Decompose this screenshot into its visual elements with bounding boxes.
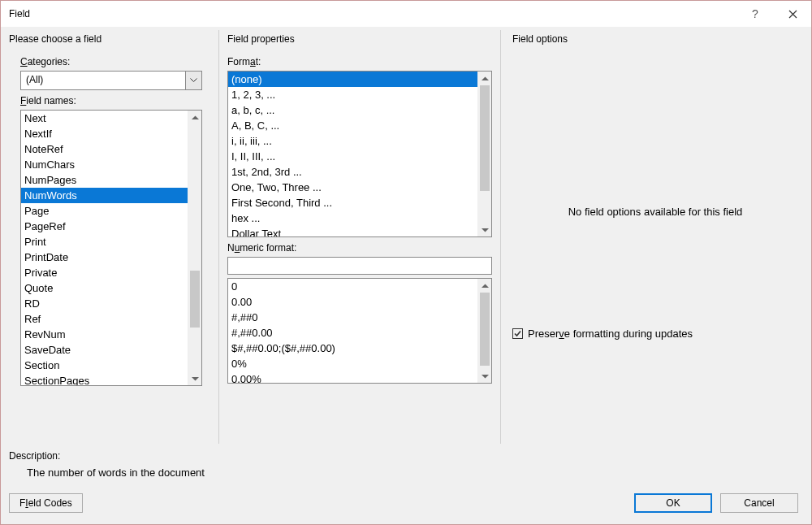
numeric-format-listbox[interactable]: 00.00#,##0#,##0.00$#,##0.00;($#,##0.00)0… [227,278,492,384]
fieldname-item[interactable]: Ref [21,311,201,327]
fieldname-item[interactable]: RevNum [21,327,201,342]
description-area: Description: The number of words in the … [1,444,811,479]
scroll-down-button[interactable] [478,223,491,236]
fieldname-item[interactable]: SaveDate [21,342,201,358]
fieldname-item[interactable]: Quote [21,280,201,296]
description-label: Description: [9,450,803,462]
description-text: The number of words in the document [9,462,803,479]
fieldname-item[interactable]: NumChars [21,157,201,172]
caret-down-icon [192,376,199,381]
numeric-scrollbar[interactable] [477,279,491,383]
numeric-format-item[interactable]: 0.00 [228,294,491,310]
caret-up-icon [482,284,489,289]
caret-down-icon [482,228,489,232]
close-icon [788,10,797,19]
scroll-thumb[interactable] [480,85,490,191]
scroll-up-button[interactable] [478,279,491,293]
help-button[interactable]: ? [736,7,774,20]
cancel-button[interactable]: Cancel [720,493,798,513]
field-options-panel: Field options No field options available… [508,30,803,444]
numeric-format-item[interactable]: 0 [228,279,491,294]
check-icon [513,329,522,338]
format-item[interactable]: 1st, 2nd, 3rd ... [228,164,491,180]
fieldname-item[interactable]: Section [21,358,201,373]
fieldname-item[interactable]: NumWords [21,188,201,203]
format-item[interactable]: hex ... [228,210,491,226]
format-item[interactable]: First Second, Third ... [228,195,491,210]
numeric-format-item[interactable]: #,##0 [228,310,491,325]
window-title: Field [9,8,736,20]
format-item[interactable]: A, B, C, ... [228,118,491,133]
categories-value: (All) [21,72,185,89]
preserve-formatting-label: Preserve formatting during updates [528,328,693,340]
format-item[interactable]: a, b, c, ... [228,102,491,118]
fieldname-item[interactable]: PageRef [21,219,201,234]
format-listbox[interactable]: (none)1, 2, 3, ...a, b, c, ...A, B, C, .… [227,71,492,237]
scroll-track[interactable] [188,124,201,371]
fieldnames-listbox[interactable]: NextNextIfNoteRefNumCharsNumPagesNumWord… [20,110,202,386]
field-codes-button[interactable]: FIeld Codes [9,493,83,513]
fieldname-item[interactable]: PrintDate [21,249,201,265]
scroll-up-button[interactable] [478,72,491,85]
titlebar: Field ? [1,1,811,27]
scroll-down-button[interactable] [188,371,201,385]
choose-field-panel: Please choose a field Categories: (All) … [9,30,212,444]
format-scrollbar[interactable] [477,72,491,236]
fieldname-item[interactable]: Print [21,234,201,249]
chevron-down-icon [190,78,197,83]
format-label: Format: [227,56,492,67]
fieldname-item[interactable]: RD [21,296,201,311]
fieldname-item[interactable]: Private [21,265,201,280]
scroll-thumb[interactable] [190,271,200,328]
field-properties-header: Field properties [227,30,492,51]
scroll-down-button[interactable] [478,369,491,383]
caret-up-icon [482,76,489,81]
caret-up-icon [192,115,199,120]
format-item[interactable]: 1, 2, 3, ... [228,87,491,102]
format-item[interactable]: One, Two, Three ... [228,180,491,195]
fieldname-item[interactable]: NextIf [21,126,201,141]
fieldname-item[interactable]: Next [21,111,201,126]
dialog-buttons: FIeld Codes OK Cancel [1,479,811,524]
fieldname-item[interactable]: NumPages [21,172,201,188]
fieldnames-scrollbar[interactable] [188,111,201,385]
no-field-options-text: No field options available for this fiel… [512,206,798,218]
categories-label: Categories: [20,56,212,67]
caret-down-icon [482,374,489,379]
fieldname-item[interactable]: NoteRef [21,141,201,157]
scroll-up-button[interactable] [188,111,201,124]
field-properties-panel: Field properties Format: (none)1, 2, 3, … [218,30,501,444]
ok-button[interactable]: OK [634,493,712,513]
scroll-thumb[interactable] [480,293,490,366]
fieldname-item[interactable]: SectionPages [21,373,201,386]
numeric-format-item[interactable]: 0.00% [228,371,491,384]
field-dialog: Field ? Please choose a field Categories… [0,0,812,525]
categories-dropdown-button[interactable] [185,72,201,89]
format-item[interactable]: Dollar Text [228,226,491,237]
format-item[interactable]: (none) [228,72,491,87]
preserve-formatting-row[interactable]: Preserve formatting during updates [512,328,693,340]
close-button[interactable] [774,1,811,27]
numeric-format-input[interactable] [227,257,492,275]
categories-combo[interactable]: (All) [20,71,202,90]
numeric-format-item[interactable]: $#,##0.00;($#,##0.00) [228,341,491,356]
scroll-track[interactable] [478,293,491,369]
format-item[interactable]: I, II, III, ... [228,149,491,164]
choose-field-header: Please choose a field [9,30,212,51]
format-item[interactable]: i, ii, iii, ... [228,133,491,149]
numeric-format-item[interactable]: 0% [228,356,491,371]
scroll-track[interactable] [478,85,491,223]
fieldname-item[interactable]: Page [21,203,201,219]
fieldnames-label: Field names: [20,95,212,106]
numeric-format-item[interactable]: #,##0.00 [228,325,491,341]
field-options-header: Field options [512,30,798,51]
numeric-format-label: Numeric format: [227,242,492,254]
preserve-formatting-checkbox[interactable] [512,328,523,339]
